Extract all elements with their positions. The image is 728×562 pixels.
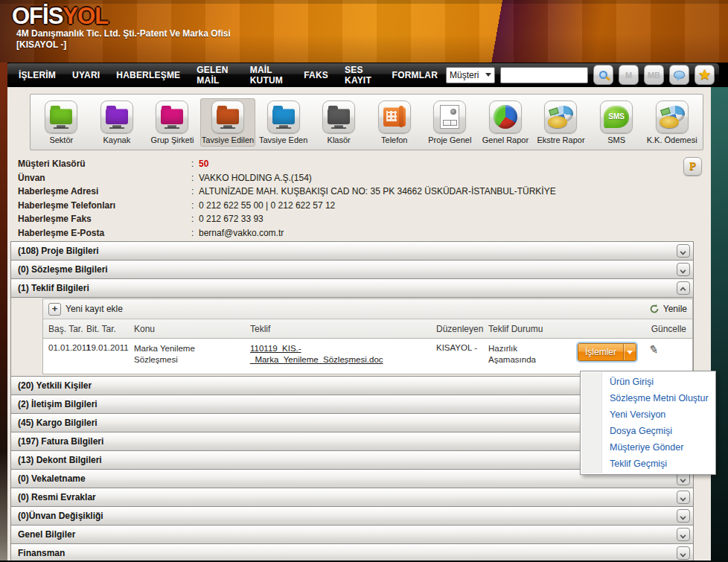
col-duzenleyen[interactable]: Düzenleyen xyxy=(436,324,488,334)
toolbar-item-sms[interactable]: SMS SMS xyxy=(589,98,645,147)
customer-field-eposta: Haberleşme E-Posta : bernaf@vakko.com.tr xyxy=(18,226,584,240)
sms-bubble-icon: SMS xyxy=(604,106,629,128)
menu-item-formlar[interactable]: FORMLAR xyxy=(384,70,446,80)
chevron-down-icon xyxy=(680,531,686,537)
chevron-down-icon xyxy=(680,513,686,519)
dropdown-arrow-icon[interactable] xyxy=(623,344,636,360)
document-link[interactable]: 110119_KIS.- _Marka_Yenileme_Sözleşmesi.… xyxy=(250,343,436,365)
edit-pencil-icon[interactable]: ✎ xyxy=(648,344,660,356)
section-genel-bilgiler[interactable]: Genel Bilgiler xyxy=(10,525,694,544)
toolbar-item-proje-genel[interactable]: Proje Genel xyxy=(422,98,478,147)
section-unvan-degisikligi[interactable]: (0)Ünvan Değişikliği xyxy=(10,506,694,526)
search-button[interactable] xyxy=(593,65,613,85)
expand-button[interactable] xyxy=(677,528,690,541)
refresh-button[interactable]: Yenile xyxy=(649,304,687,314)
teklif-section-content: Yeni kayıt ekle Yenile Baş. Tar. Bit. xyxy=(10,297,694,377)
cell-subject: Marka Yenileme Sözleşmesi xyxy=(134,343,250,371)
col-teklif[interactable]: Teklif xyxy=(250,324,436,334)
menu-item-mail-kutum[interactable]: MAİL KUTUM xyxy=(242,65,296,86)
shortcut-label: [KISAYOL -] xyxy=(16,39,231,51)
pink-folder-icon xyxy=(161,109,183,124)
blue-folder-icon xyxy=(272,109,295,124)
menu-item-haberlesme[interactable]: HABERLEŞME xyxy=(108,70,188,80)
toolbar-item-kaynak[interactable]: Kaynak xyxy=(89,98,145,147)
desktop-background xyxy=(711,87,728,562)
menu-item-uyari[interactable]: UYARI xyxy=(64,70,108,80)
section-resmi-evraklar[interactable]: (0) Resmi Evraklar xyxy=(10,488,694,507)
p-button[interactable]: P xyxy=(683,157,702,176)
toolbar-item-genel-rapor[interactable]: Genel Rapor xyxy=(478,98,534,147)
collapse-button[interactable] xyxy=(677,281,690,295)
menu-item-dosya-gecmisi[interactable]: Dosya Geçmişi xyxy=(581,423,715,439)
cell-end-date: 19.01.2011 xyxy=(86,343,134,371)
toolbar-item-kk-odemesi[interactable]: K.K. Ödemesi xyxy=(644,98,700,147)
content-area: Sektör Kaynak Grup Şirketi Tavsiye Edile… xyxy=(7,87,711,561)
expand-button[interactable] xyxy=(677,244,690,258)
section-finansman[interactable]: Finansman xyxy=(10,543,694,561)
search-icon xyxy=(599,71,607,79)
col-teklif-durumu[interactable]: Teklif Durumu xyxy=(488,324,578,334)
chevron-down-icon xyxy=(680,494,686,500)
report-document-icon xyxy=(440,105,459,129)
toolbar-item-tavsiye-edilen[interactable]: Tavsiye Edilen xyxy=(200,98,256,147)
section-sozlesme-bilgileri[interactable]: (0) Sözleşme Bilgileri xyxy=(10,260,694,279)
menu-item-islerim[interactable]: İŞLERİM xyxy=(10,70,64,80)
customer-field-adres: Haberleşme Adresi : ALTUNİZADE MAH. KUŞB… xyxy=(18,185,584,199)
toolbar-item-grup-sirketi[interactable]: Grup Şirketi xyxy=(144,98,200,147)
proposal-action-bar: Yeni kayıt ekle Yenile xyxy=(43,299,692,319)
expand-button[interactable] xyxy=(677,263,690,276)
islemler-button[interactable]: İşlemler xyxy=(578,343,636,361)
mb-button[interactable]: MB xyxy=(644,65,664,85)
col-konu[interactable]: Konu xyxy=(134,324,250,334)
col-guncelle[interactable]: Güncelle xyxy=(578,324,692,334)
expand-button[interactable] xyxy=(677,509,690,523)
money-pie-icon xyxy=(548,106,573,128)
chevron-down-icon xyxy=(485,73,491,77)
mb-button-label: MB xyxy=(648,71,660,80)
table-row: 01.01.2011 19.01.2011 Marka Yenileme Söz… xyxy=(43,339,692,374)
m-button[interactable]: M xyxy=(619,65,639,85)
logo-text-secondary: YOL xyxy=(63,3,108,29)
toolbar-item-klasor[interactable]: Klasör xyxy=(311,98,367,147)
company-name: 4M Danışmanlık Tic. Ltd. Şti.-Patent Ve … xyxy=(16,28,231,39)
toolbar-item-tavsiye-eden[interactable]: Tavsiye Eden xyxy=(255,98,311,147)
add-record-button[interactable]: Yeni kayıt ekle xyxy=(48,303,123,316)
toolbar-item-telefon[interactable]: Telefon xyxy=(366,98,422,147)
cell-file: 110119_KIS.- _Marka_Yenileme_Sözleşmesi.… xyxy=(250,343,436,371)
toolbar-item-ekstre-rapor[interactable]: Ekstre Rapor xyxy=(533,98,589,147)
window-edge xyxy=(0,63,7,561)
purple-folder-icon xyxy=(106,109,128,124)
menu-item-sozlesme-metni-olustur[interactable]: Sözleşme Metni Oluştur xyxy=(581,390,715,406)
toolbar-item-sektor[interactable]: Sektör xyxy=(33,98,89,147)
customer-info: Müşteri Klasörü : 50 Ünvan : VAKKO HOLDI… xyxy=(18,157,584,240)
customer-field-klasoru: Müşteri Klasörü : 50 xyxy=(18,157,584,171)
favorites-button[interactable]: ★ xyxy=(695,65,715,85)
search-category-select[interactable]: Müşteri xyxy=(446,67,495,83)
cell-editor: KISAYOL - xyxy=(436,343,488,371)
messages-button[interactable] xyxy=(669,65,689,85)
section-teklif-bilgileri[interactable]: (1) Teklif Bilgileri xyxy=(10,278,694,298)
menu-item-teklif-gecmisi[interactable]: Teklif Geçmişi xyxy=(581,456,715,472)
menu-item-urun-girisi[interactable]: Ürün Girişi xyxy=(581,374,715,390)
orange-folder-icon xyxy=(217,109,239,124)
menu-item-musteriye-gonder[interactable]: Müşteriye Gönder xyxy=(581,439,715,456)
menu-item-yeni-versiyon[interactable]: Yeni Versiyon xyxy=(581,406,715,423)
customer-field-faks: Haberleşme Faks : 0 212 672 33 93 xyxy=(18,212,584,226)
menu-item-faks[interactable]: FAKS xyxy=(296,70,336,80)
main-menu-bar: İŞLERİM UYARI HABERLEŞME GELEN MAİL MAİL… xyxy=(6,63,719,86)
chevron-down-icon xyxy=(680,266,686,272)
m-button-label: M xyxy=(625,71,632,80)
section-proje-bilgileri[interactable]: (108) Proje Bilgileri xyxy=(10,241,694,261)
cell-start-date: 01.01.2011 xyxy=(43,343,86,371)
cell-status: Hazırlık Aşamasında xyxy=(488,343,578,371)
menu-item-gelen-mail[interactable]: GELEN MAİL xyxy=(188,65,241,86)
expand-button[interactable] xyxy=(677,546,690,560)
menu-item-ses-kayit[interactable]: SES KAYIT xyxy=(336,65,384,86)
search-input[interactable] xyxy=(500,67,588,83)
search-category-value: Müşteri xyxy=(450,70,479,80)
expand-button[interactable] xyxy=(677,491,690,504)
speech-bubble-icon xyxy=(674,71,685,79)
col-bas-tar[interactable]: Baş. Tar. xyxy=(43,324,86,334)
col-bit-tar[interactable]: Bit. Tar. xyxy=(86,324,134,334)
plus-icon xyxy=(48,303,61,316)
